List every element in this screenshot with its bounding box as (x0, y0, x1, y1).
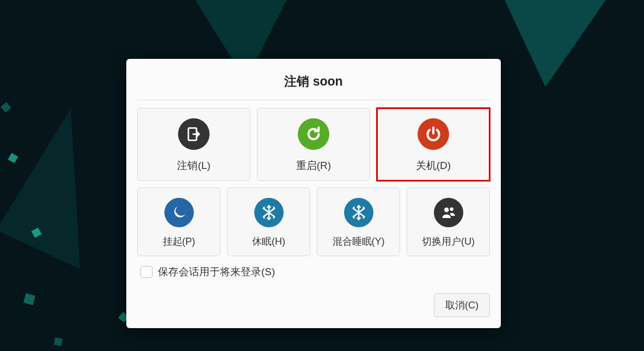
svg-text:z z: z z (175, 208, 181, 213)
svg-point-3 (450, 208, 453, 211)
svg-point-2 (444, 208, 449, 213)
divider (137, 100, 490, 100)
hybrid-sleep-button[interactable]: 混合睡眠(Y) (317, 187, 400, 256)
logout-dialog: 注销 soon 注销(L) 重启(R) (126, 59, 501, 328)
hybrid-sleep-label: 混合睡眠(Y) (333, 235, 385, 248)
checkbox-box (140, 266, 152, 278)
snowflake-icon (344, 198, 373, 227)
power-options-row-2: z z 挂起(P) 休眠(H) 混合睡眠(Y) (137, 187, 490, 256)
suspend-button[interactable]: z z 挂起(P) (137, 187, 220, 256)
logout-button[interactable]: 注销(L) (137, 108, 250, 181)
restart-label: 重启(R) (296, 159, 331, 173)
power-options-row-1: 注销(L) 重启(R) 关机(D) (137, 108, 490, 181)
restart-button[interactable]: 重启(R) (257, 108, 370, 181)
logout-icon (178, 118, 210, 150)
dialog-title: 注销 soon (137, 69, 490, 100)
restart-icon (298, 118, 329, 150)
switch-user-button[interactable]: 切换用户(U) (407, 187, 490, 256)
power-icon (418, 118, 449, 150)
users-icon (434, 198, 463, 227)
hibernate-label: 休眠(H) (252, 235, 285, 248)
dialog-footer: 取消(C) (137, 293, 490, 317)
shutdown-button[interactable]: 关机(D) (377, 108, 490, 181)
save-session-checkbox[interactable]: 保存会话用于将来登录(S) (140, 265, 490, 279)
hibernate-button[interactable]: 休眠(H) (227, 187, 310, 256)
suspend-label: 挂起(P) (163, 235, 195, 248)
switch-user-label: 切换用户(U) (422, 235, 475, 248)
save-session-label: 保存会话用于将来登录(S) (158, 265, 275, 279)
cancel-button[interactable]: 取消(C) (434, 293, 490, 317)
snowflake-icon (254, 198, 284, 227)
logout-label: 注销(L) (177, 159, 210, 173)
moon-icon: z z (164, 198, 194, 227)
shutdown-label: 关机(D) (416, 159, 451, 173)
